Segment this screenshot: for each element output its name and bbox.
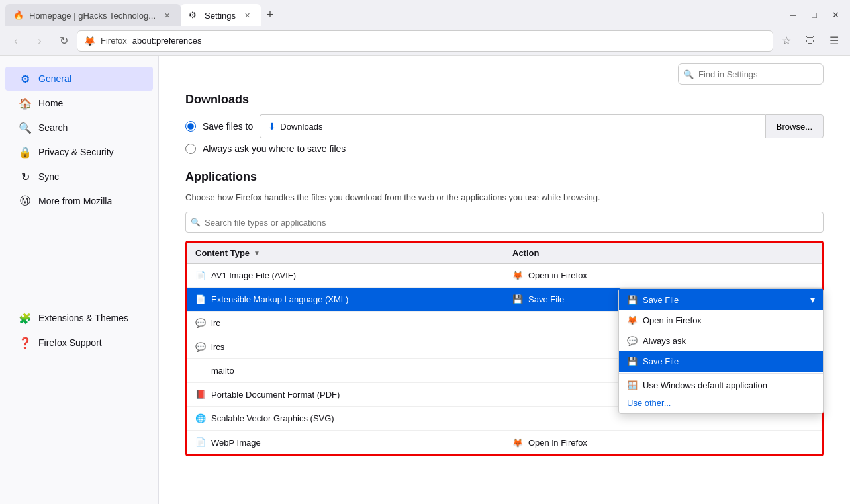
shield-button[interactable]: 🛡 [800,30,821,52]
save-file-dropdown-label: Save File [643,357,679,366]
downloads-section: Downloads Save files to ⬇ Downloads Brow… [185,93,824,154]
always-ask-radio[interactable] [185,144,196,154]
extensions-icon: 🧩 [19,312,32,325]
dropdown-item-save-file[interactable]: 💾 Save File [619,351,823,372]
table-row[interactable]: 📄 WebP Image 🦊 Open in Firefox [187,431,822,454]
tab-ghacks-close[interactable]: ✕ [161,9,173,21]
home-icon: 🏠 [19,97,32,110]
bookmark-button[interactable]: ☆ [776,30,797,52]
sidebar-item-sync[interactable]: ↻ Sync [5,165,153,189]
tab-ghacks-label: Homepage | gHacks Technolog... [29,11,156,21]
file-icon: 📄 [195,294,206,305]
dropdown-item-open-firefox[interactable]: 🦊 Open in Firefox [619,310,823,331]
cell-content-type-text: mailto [211,366,234,376]
applications-desc: Choose how Firefox handles the files you… [185,192,824,204]
gear-icon: ⚙ [19,72,32,85]
file-icon: 💬 [195,342,206,353]
nav-right: ☆ 🛡 ☰ [776,30,845,52]
menu-button[interactable]: ☰ [824,30,845,52]
back-button[interactable]: ‹ [5,30,26,52]
browser-frame: 🔥 Homepage | gHacks Technolog... ✕ ⚙ Set… [0,0,850,504]
close-button[interactable]: ✕ [826,5,845,24]
maximize-button[interactable]: □ [805,5,824,24]
dropdown-item-windows-default[interactable]: 🪟 Use Windows default application [619,375,823,396]
sidebar-privacy-label: Privacy & Security [38,147,114,157]
sidebar-item-search[interactable]: 🔍 Search [5,116,153,140]
search-icon: 🔍 [19,121,32,134]
tab-settings-close[interactable]: ✕ [241,9,253,21]
cell-content-type-text: Portable Document Format (PDF) [211,390,340,399]
dropdown-selected-label: Save File [643,295,679,305]
cell-action: 🦊 Open in Firefox [504,271,822,280]
save-files-label-row[interactable]: Save files to [185,121,253,132]
find-settings-input[interactable] [678,63,824,85]
tab-settings[interactable]: ⚙ Settings ✕ [181,4,261,26]
save-file-item-icon: 💾 [627,357,638,366]
cell-content-type: 💬 irc [187,318,504,329]
sidebar-item-general[interactable]: ⚙ General [5,67,153,91]
cell-content-type: 📄 Extensible Markup Language (XML) [187,294,504,305]
use-other-link[interactable]: Use other... [619,396,823,413]
new-tab-button[interactable]: + [261,5,279,24]
sidebar-item-home[interactable]: 🏠 Home [5,91,153,115]
download-path-display: ⬇ Downloads [260,114,765,138]
sidebar-mozilla-label: More from Mozilla [38,196,112,206]
minimize-button[interactable]: ─ [784,5,802,24]
address-bar[interactable]: 🦊 Firefox about:preferences [77,30,773,52]
download-path-text: Downloads [280,122,322,132]
cell-action: 🦊 Open in Firefox [504,438,822,448]
table-row[interactable]: 📄 AV1 Image File (AVIF) 🦊 Open in Firefo… [187,264,822,288]
file-icon: 📄 [195,271,206,281]
cell-content-type: mailto [187,366,504,376]
sidebar-support-label: Firefox Support [38,337,102,348]
refresh-button[interactable]: ↻ [53,30,74,52]
cell-content-type-text: irc [211,318,220,328]
address-url: about:preferences [132,36,202,46]
open-firefox-icon: 🦊 [627,315,638,325]
forward-button[interactable]: › [29,30,50,52]
browse-button[interactable]: Browse... [765,114,824,138]
always-ask-icon: 💬 [627,336,638,346]
dropdown-header[interactable]: 💾 Save File ▾ [619,289,823,310]
mozilla-icon: Ⓜ [19,194,32,208]
windows-default-icon: 🪟 [627,380,638,390]
always-ask-row[interactable]: Always ask you where to save files [185,144,824,154]
dropdown-divider [619,373,823,374]
find-icon: 🔍 [683,69,694,79]
sidebar-item-support[interactable]: ❓ Firefox Support [5,331,153,355]
cell-content-type: 💬 ircs [187,342,504,353]
support-icon: ❓ [19,336,32,349]
always-ask-dropdown-label: Always ask [643,336,686,346]
tab-ghacks[interactable]: 🔥 Homepage | gHacks Technolog... ✕ [5,4,181,26]
svg-icon: 🌐 [195,413,206,424]
save-files-radio[interactable] [185,121,196,132]
nav-bar: ‹ › ↻ 🦊 Firefox about:preferences ☆ 🛡 ☰ [0,26,850,56]
app-search-input[interactable] [185,212,824,233]
title-bar: 🔥 Homepage | gHacks Technolog... ✕ ⚙ Set… [0,0,850,26]
cell-content-type-text: AV1 Image File (AVIF) [211,271,296,280]
sidebar-item-privacy[interactable]: 🔒 Privacy & Security [5,140,153,164]
sidebar-item-mozilla[interactable]: Ⓜ More from Mozilla [5,189,153,213]
cell-content-type-text: ircs [211,342,224,352]
dropdown-item-always-ask[interactable]: 💬 Always ask [619,331,823,351]
app-search-wrap: 🔍 [185,212,824,233]
webp-icon: 📄 [195,437,206,448]
cell-content-type-text: Scalable Vector Graphics (SVG) [211,413,334,423]
find-input-wrap: 🔍 [678,63,824,85]
cell-content-type-text: Extensible Markup Language (XML) [211,294,348,304]
th-content-type: Content Type ▼ [187,243,504,263]
cell-content-type-text: WebP Image [211,438,261,448]
cell-content-type: 🌐 Scalable Vector Graphics (SVG) [187,413,504,424]
action-dropdown: 💾 Save File ▾ 🦊 Open in Firefox 💬 [618,288,824,414]
sidebar-item-extensions[interactable]: 🧩 Extensions & Themes [5,306,153,330]
cell-action-text: Save File [528,294,564,304]
window-controls: ─ □ ✕ [784,5,845,24]
table-container: Content Type ▼ Action [185,241,824,456]
cell-action-text: Open in Firefox [528,438,587,448]
th-action: Action [504,243,822,263]
download-arrow-icon: ⬇ [268,121,276,132]
sidebar-search-label: Search [38,122,68,133]
cell-content-type: 📄 AV1 Image File (AVIF) [187,271,504,281]
address-prefix: Firefox [101,36,127,46]
save-file-header-icon: 💾 [627,295,638,305]
